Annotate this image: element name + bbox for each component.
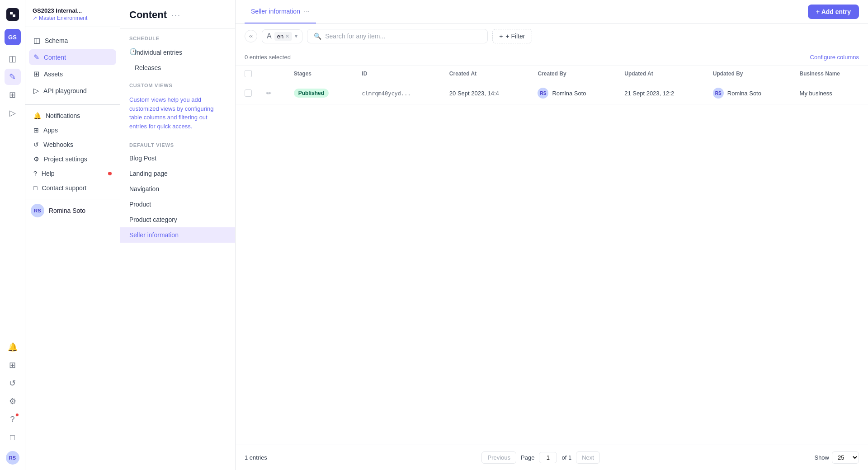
select-all-header[interactable] <box>236 66 259 82</box>
table-row[interactable]: ✏ Published clmrqm40ycyd... 20 Sept 2023… <box>236 82 868 104</box>
nav-product[interactable]: Product <box>120 197 235 212</box>
next-button[interactable]: Next <box>576 451 600 464</box>
nav-navigation[interactable]: Navigation <box>120 181 235 197</box>
row-created-at: 20 Sept 2023, 14:4 <box>449 90 499 97</box>
updated-by-header[interactable]: Updated By <box>706 66 793 82</box>
previous-button[interactable]: Previous <box>481 451 516 464</box>
row-updated-at-cell: 21 Sept 2023, 12:2 <box>617 82 706 104</box>
lang-tag: en ✕ <box>274 32 292 41</box>
individual-entries-label: Individual entries <box>135 49 182 56</box>
lang-close-icon[interactable]: ✕ <box>285 33 289 39</box>
row-checkbox[interactable] <box>245 89 252 97</box>
search-box[interactable]: 🔍 Search for any item... <box>307 29 488 43</box>
api-icon: ▷ <box>33 86 39 95</box>
filter-button[interactable]: + + Filter <box>492 29 532 43</box>
created-by-name: Romina Soto <box>552 90 586 97</box>
page-number-input[interactable] <box>539 452 557 463</box>
id-header[interactable]: ID <box>354 66 442 82</box>
custom-views-description: Custom views help you add customized vie… <box>120 91 235 135</box>
pagination-controls: Previous Page of 1 Next <box>481 451 599 464</box>
nav-content[interactable]: ✎ Content <box>29 49 116 65</box>
language-filter[interactable]: A en ✕ ▾ <box>262 29 302 43</box>
sidebar-support-icon[interactable]: □ <box>5 429 21 446</box>
logo[interactable] <box>4 5 22 24</box>
help-dot <box>108 172 112 175</box>
nav-apps[interactable]: ⊞ Apps <box>29 123 116 137</box>
nav-notifications[interactable]: 🔔 Notifications <box>29 108 116 123</box>
content-more-button[interactable]: ··· <box>171 10 181 20</box>
content-panel-title: Content <box>129 9 167 21</box>
workspace-name[interactable]: GS2023 Internal... <box>33 7 113 14</box>
sidebar-assets-icon[interactable]: ⊞ <box>5 87 21 103</box>
sidebar-notifications-icon[interactable]: 🔔 <box>5 339 21 355</box>
nav-landing-page[interactable]: Landing page <box>120 166 235 181</box>
assets-icon: ⊞ <box>33 70 39 78</box>
bottom-navigation: 🔔 Notifications ⊞ Apps ↺ Webhooks ⚙ Proj… <box>25 104 120 199</box>
sidebar-api-icon[interactable]: ▷ <box>5 105 21 121</box>
sidebar-apps-icon[interactable]: ⊞ <box>5 357 21 373</box>
nav-project-settings[interactable]: ⚙ Project settings <box>29 152 116 166</box>
user-name: Romina Soto <box>49 207 85 214</box>
nav-webhooks[interactable]: ↺ Webhooks <box>29 137 116 152</box>
icon-sidebar: GS ◫ ✎ ⊞ ▷ 🔔 ⊞ ↺ ⚙ ? □ RS <box>0 0 25 470</box>
row-updated-by-cell: RS Romina Soto <box>706 82 793 104</box>
sidebar-content-icon[interactable]: ✎ <box>5 69 21 85</box>
configure-columns-button[interactable]: Configure columns <box>810 54 859 61</box>
created-by-header[interactable]: Created By <box>530 66 617 82</box>
collapse-button[interactable]: ‹‹ <box>245 30 257 42</box>
page-label: Page <box>521 454 534 461</box>
main-area: Seller information ··· + Add entry ‹‹ A … <box>236 0 868 470</box>
content-panel: Content ··· SCHEDULE 🕐 Individual entrie… <box>120 0 236 470</box>
pagination-bar: 1 entries Previous Page of 1 Next Show 2… <box>236 445 868 470</box>
brand-section: GS2023 Internal... ↗ Master Environment <box>25 0 120 27</box>
tab-seller-information[interactable]: Seller information ··· <box>245 0 316 24</box>
nav-contact-support[interactable]: □ Contact support <box>29 181 116 195</box>
search-icon: 🔍 <box>314 33 321 40</box>
nav-api[interactable]: ▷ API playground <box>29 83 116 99</box>
stages-header[interactable]: Stages <box>287 66 355 82</box>
created-by-avatar: RS <box>538 88 548 99</box>
row-edit-cell[interactable]: ✏ <box>259 82 287 104</box>
nav-assets[interactable]: ⊞ Assets <box>29 66 116 82</box>
updated-by-name: Romina Soto <box>727 90 761 97</box>
select-all-checkbox[interactable] <box>245 70 252 77</box>
nav-help[interactable]: ? Help <box>29 166 116 181</box>
nav-schema[interactable]: ◫ Schema <box>29 33 116 48</box>
search-placeholder: Search for any item... <box>325 33 385 40</box>
sidebar-user-avatar[interactable]: RS <box>6 451 19 465</box>
show-label: Show <box>814 454 829 461</box>
stage-badge: Published <box>294 89 329 98</box>
total-pages-label: of 1 <box>561 454 571 461</box>
business-name-header[interactable]: Business Name <box>793 66 868 82</box>
sidebar-settings-icon[interactable]: ⚙ <box>5 393 21 409</box>
nav-seller-information[interactable]: Seller information <box>120 227 235 243</box>
sidebar-help-icon[interactable]: ? <box>5 411 21 428</box>
tab-more-button[interactable]: ··· <box>304 7 310 15</box>
user-row[interactable]: RS Romina Soto <box>25 199 120 222</box>
updated-at-header[interactable]: Updated At <box>617 66 706 82</box>
project-settings-icon: ⚙ <box>33 155 39 163</box>
content-icon: ✎ <box>33 53 39 61</box>
sidebar-schema-icon[interactable]: ◫ <box>5 51 21 67</box>
chevron-down-icon[interactable]: ▾ <box>295 33 297 39</box>
workspace-avatar[interactable]: GS <box>5 29 21 45</box>
nav-blog-post[interactable]: Blog Post <box>120 150 235 166</box>
environment-label[interactable]: ↗ Master Environment <box>33 15 113 21</box>
table-toolbar: 0 entries selected Configure columns <box>236 49 868 66</box>
per-page-select[interactable]: 25 50 100 <box>832 451 859 464</box>
env-icon: ↗ <box>33 15 37 21</box>
sidebar-webhooks-icon[interactable]: ↺ <box>5 375 21 391</box>
row-checkbox-cell[interactable] <box>236 82 259 104</box>
nav-product-category[interactable]: Product category <box>120 212 235 227</box>
main-navigation: ◫ Schema ✎ Content ⊞ Assets ▷ API playgr… <box>25 27 120 104</box>
releases-item[interactable]: Releases <box>120 60 235 75</box>
individual-entries-item[interactable]: Individual entries <box>120 45 235 60</box>
created-at-header[interactable]: Created At <box>442 66 531 82</box>
show-select: Show 25 50 100 <box>814 451 859 464</box>
edit-icon[interactable]: ✏ <box>266 89 272 97</box>
tab-bar-left: Seller information ··· <box>245 0 316 24</box>
add-entry-button[interactable]: + Add entry <box>808 5 859 19</box>
filter-plus-icon: + <box>499 33 503 40</box>
apps-icon: ⊞ <box>33 127 39 134</box>
schema-icon: ◫ <box>33 36 40 45</box>
